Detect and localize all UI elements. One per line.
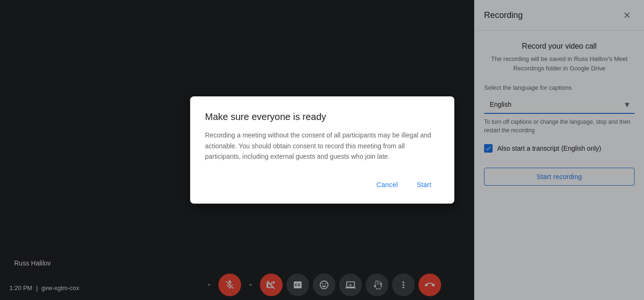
dialog-title: Make sure everyone is ready bbox=[205, 111, 439, 122]
dialog-body: Recording a meeting without the consent … bbox=[205, 130, 439, 162]
dialog-actions: Cancel Start bbox=[205, 177, 439, 192]
dialog-container: Make sure everyone is ready Recording a … bbox=[0, 0, 644, 300]
cancel-button[interactable]: Cancel bbox=[369, 177, 405, 192]
start-button[interactable]: Start bbox=[409, 177, 439, 192]
confirmation-dialog: Make sure everyone is ready Recording a … bbox=[190, 96, 454, 203]
